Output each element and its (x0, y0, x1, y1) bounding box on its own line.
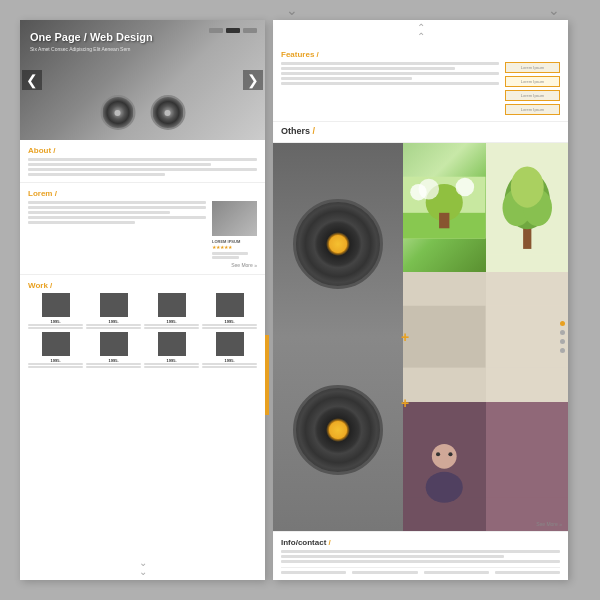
hero-arrow-left-icon[interactable]: ❮ (22, 70, 42, 90)
text-line (281, 560, 560, 563)
svg-point-16 (432, 444, 457, 469)
nav-dot-3[interactable] (243, 28, 257, 33)
work-line (86, 327, 141, 329)
text-line (281, 550, 560, 553)
text-line (28, 158, 257, 161)
work-line (28, 327, 83, 329)
footer-item-3 (424, 571, 489, 574)
right-page: ⌃ ⌃ Features / Lorem Ipsu (273, 20, 568, 580)
gallery-cell-5 (403, 402, 486, 531)
gallery-cell-4 (486, 272, 569, 401)
gallery-dot-1[interactable] (560, 321, 565, 326)
text-line (281, 77, 412, 80)
lorem-section: Lorem / LOREM IPSUM ★★★★★ (20, 183, 265, 275)
svg-point-12 (510, 166, 543, 207)
vinyl-center-2 (329, 421, 347, 439)
feature-badge-3: Lorem Ipsum (505, 90, 560, 101)
svg-rect-3 (439, 213, 449, 228)
text-line (28, 221, 135, 224)
work-line (86, 366, 141, 368)
svg-rect-13 (403, 306, 486, 368)
work-thumb (42, 293, 70, 317)
chevron-up-2-icon: ⌃ (273, 32, 568, 41)
svg-rect-14 (486, 306, 569, 368)
text-line (281, 72, 499, 75)
lorem-text-block (28, 201, 206, 259)
portrait-svg (403, 402, 486, 531)
feature-badge-4: Lorem Ipsum (505, 104, 560, 115)
lorem-image-block: LOREM IPSUM ★★★★★ (212, 201, 257, 259)
top-arrow-left-icon[interactable]: ⌄ (286, 2, 298, 18)
text-line (28, 168, 257, 171)
features-text (281, 62, 499, 85)
work-item: 1995. (202, 332, 257, 368)
work-accent-bar (265, 335, 269, 415)
about-title: About / (28, 146, 257, 155)
footer-item-2 (352, 571, 417, 574)
top-chevrons: ⌃ ⌃ (273, 20, 568, 44)
svg-point-6 (456, 178, 475, 197)
text-line (281, 555, 504, 558)
svg-point-19 (448, 452, 452, 456)
work-thumb (158, 332, 186, 356)
work-line (28, 324, 83, 326)
gallery-dot-2[interactable] (560, 330, 565, 335)
text-line (212, 252, 248, 255)
work-item: 1995. (144, 332, 199, 368)
others-section: Others / (273, 122, 568, 143)
see-more-link[interactable]: See More » (28, 262, 257, 268)
bottom-chevrons: ⌄ ⌄ (20, 554, 265, 580)
work-lines (28, 324, 83, 329)
top-arrow-right-icon[interactable]: ⌄ (548, 2, 560, 18)
work-line (144, 324, 199, 326)
feature-badge-2: Lorem Ipsum (505, 76, 560, 87)
cd-disc-2 (150, 95, 185, 130)
about-section: About / (20, 140, 265, 183)
hero-nav-dots (209, 28, 257, 33)
work-thumb (216, 332, 244, 356)
text-line (281, 62, 499, 65)
lorem-image (212, 201, 257, 236)
lorem-title: Lorem / (28, 189, 257, 198)
features-section: Features / Lorem Ipsum Lorem Ipsum Lorem… (273, 44, 568, 122)
work-lines (86, 363, 141, 368)
hero-cd-section (100, 95, 185, 130)
info-section: Info/contact / (273, 531, 568, 580)
left-page: One Page / Web Design Six Amet Consec Ad… (20, 20, 265, 580)
others-title: Others / (281, 126, 560, 136)
work-thumb (100, 332, 128, 356)
gallery-vinyl-side (273, 143, 403, 531)
vinyl-disc-1 (293, 199, 383, 289)
work-line (144, 327, 199, 329)
hero-subtitle: Six Amet Consec Adipiscing Elit Aenean S… (30, 46, 153, 52)
plus-icon-2: + (401, 395, 409, 411)
info-footer (281, 567, 560, 574)
abstract3-svg (486, 402, 569, 531)
landscape-svg (403, 143, 486, 272)
gallery-cell-3 (403, 272, 486, 401)
work-line (86, 363, 141, 365)
hero-arrow-right-icon[interactable]: ❯ (243, 70, 263, 90)
gallery-image-grid (403, 143, 568, 531)
work-grid: 1995. 1995. 1995. (28, 293, 257, 368)
work-thumb (100, 293, 128, 317)
plus-icon-1: + (401, 329, 409, 345)
text-line (212, 256, 239, 259)
gallery-dot-4[interactable] (560, 348, 565, 353)
nav-dot-1[interactable] (209, 28, 223, 33)
svg-point-18 (436, 452, 440, 456)
gallery-dot-3[interactable] (560, 339, 565, 344)
work-lines (144, 324, 199, 329)
text-line (28, 201, 206, 204)
work-lines (28, 363, 83, 368)
text-line (281, 67, 455, 70)
nav-dot-2[interactable] (226, 28, 240, 33)
gallery-see-more[interactable]: See More » (536, 521, 562, 527)
abstract-svg (403, 272, 486, 401)
work-item: 1995. (144, 293, 199, 329)
work-lines (202, 324, 257, 329)
hero-title: One Page / Web Design (30, 30, 153, 44)
lorem-stars: ★★★★★ (212, 244, 257, 250)
lorem-content: LOREM IPSUM ★★★★★ (28, 201, 257, 259)
main-container: ⌄ ⌄ One Page / Web Design Six Amet Conse… (20, 20, 580, 580)
